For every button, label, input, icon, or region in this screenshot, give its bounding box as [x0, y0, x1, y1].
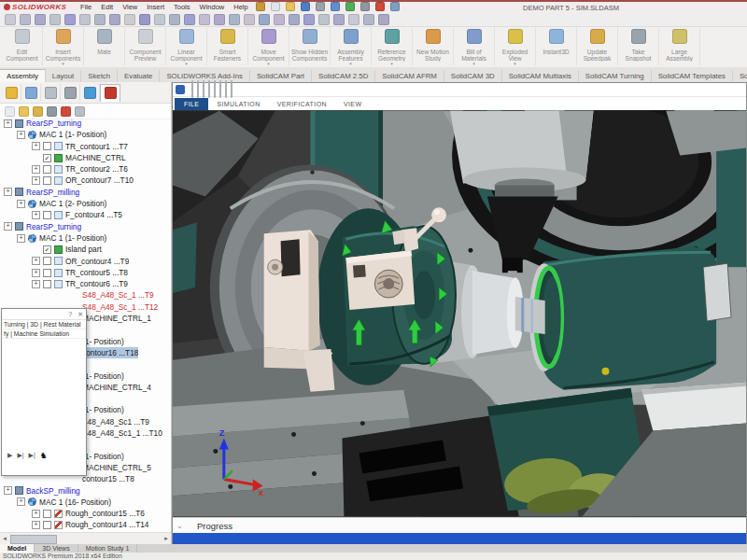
tree-item[interactable]: +MAC 1 (1- Position) [0, 232, 171, 244]
toolbar-icon[interactable] [363, 14, 374, 25]
checkbox[interactable] [43, 142, 51, 150]
new-doc-icon[interactable] [271, 2, 280, 11]
checkbox[interactable]: ✓ [43, 245, 51, 254]
checkbox[interactable] [43, 269, 51, 277]
simulator-toolbar-icon[interactable] [225, 80, 227, 98]
toolbar-icon[interactable] [318, 14, 330, 25]
checkbox[interactable] [43, 280, 51, 288]
simulator-toolbar-icon[interactable] [214, 80, 216, 98]
flag-icon[interactable] [61, 106, 71, 117]
toolbar-icon[interactable] [274, 14, 285, 25]
expand-icon[interactable]: + [32, 510, 40, 518]
toolbar-icon[interactable] [378, 14, 389, 25]
expand-icon[interactable]: + [32, 280, 40, 288]
tree-item[interactable]: +Rough_contour15 ...T6 [0, 508, 171, 519]
ribbon-button-take-snapshot[interactable]: Take Snapshot [618, 27, 659, 65]
step-icon[interactable]: ▶| [17, 452, 23, 459]
home-icon[interactable] [256, 2, 265, 11]
tree-item[interactable]: +RearSP_turning [0, 221, 171, 232]
sim-run-icon[interactable]: ♞ [40, 451, 48, 460]
toolbar-icon[interactable] [348, 14, 359, 25]
toolbar-icon[interactable] [5, 14, 16, 25]
toolbar-icon[interactable] [303, 14, 315, 25]
expand-icon[interactable]: + [17, 497, 25, 506]
menu-window[interactable]: Window [200, 3, 225, 11]
bottom-tab-model[interactable]: Model [0, 544, 35, 553]
toolbar-icon[interactable] [333, 14, 345, 25]
toolbar-icon[interactable] [259, 14, 270, 25]
ribbon-button-exploded-view[interactable]: Exploded View▾ [495, 27, 536, 65]
close-icon[interactable]: ✕ [78, 311, 83, 318]
collapse-chevron-icon[interactable]: ⌄ [176, 518, 183, 534]
expand-icon[interactable]: + [17, 131, 25, 139]
ribbon-button-move-component[interactable]: Move Component▾ [248, 27, 289, 65]
tab-layout[interactable]: Layout [46, 70, 81, 82]
ribbon-button-bill-of-materials[interactable]: Bill of Materials▾ [454, 27, 495, 65]
tree-item[interactable]: +OR_contour7 ...T10 [0, 175, 171, 186]
checkbox[interactable] [43, 211, 51, 219]
toolbar-icon[interactable] [289, 14, 300, 25]
tree-item[interactable]: +RearSP_turning [0, 118, 171, 129]
tab-solidcam-multiaxis[interactable]: SolidCAM Multiaxis [502, 70, 579, 82]
simulation-mode-tabs-2[interactable]: fy | Machine Simulation [2, 329, 86, 339]
ribbon-button-smart-fasteners[interactable]: Smart Fasteners [207, 27, 248, 65]
simulator-toolbar-icon[interactable] [191, 80, 193, 98]
checkbox[interactable]: ✓ [43, 154, 51, 162]
bottom-tab-motion-study-1[interactable]: Motion Study 1 [78, 544, 138, 553]
expand-icon[interactable]: + [32, 142, 40, 150]
toolbar-icon[interactable] [109, 14, 120, 25]
ribbon-button-component-preview-window[interactable]: Component Preview Window [125, 27, 166, 65]
grid-icon[interactable] [390, 2, 400, 11]
toolbar-icon[interactable] [49, 14, 61, 25]
bottom-tab-3d-views[interactable]: 3D Views [35, 544, 78, 553]
ribbon-button-update-speedpak[interactable]: Update Speedpak [577, 27, 618, 65]
toolbar-icon[interactable] [35, 14, 46, 25]
filter-icon[interactable] [75, 106, 85, 117]
tab-solidcam-2-5d[interactable]: SolidCAM 2.5D [312, 70, 375, 82]
options-icon[interactable] [360, 2, 370, 11]
toolbar-icon[interactable] [184, 14, 195, 25]
expand-icon[interactable]: + [32, 521, 40, 529]
expand-icon[interactable]: + [4, 188, 12, 196]
expand-icon[interactable]: + [32, 269, 40, 277]
tree-item[interactable]: +TR_contour6 ...T9 [0, 278, 171, 289]
tab-solidcam-3d[interactable]: SolidCAM 3D [444, 70, 502, 82]
toolbar-icon[interactable] [154, 14, 165, 25]
simulation-mode-tabs-1[interactable]: Turning | 3D | Rest Material [2, 320, 86, 329]
sim-tab-file[interactable]: FILE [175, 98, 208, 110]
document-icon[interactable] [5, 106, 15, 117]
tab-assembly[interactable]: Assembly [0, 69, 46, 82]
simulator-toolbar-icon[interactable] [231, 80, 233, 98]
tree-item[interactable]: +TR_contour2 ...T6 [0, 163, 171, 175]
tree-item[interactable]: +MAC 1 (2- Position) [0, 198, 171, 209]
panel-tab[interactable] [21, 84, 41, 101]
scrollbar-thumb[interactable] [10, 535, 57, 544]
toolbar-icon[interactable] [199, 14, 210, 25]
save-tree-icon[interactable] [47, 106, 57, 117]
toolbar-icon[interactable] [94, 14, 106, 25]
tree-item[interactable]: +MAC 1 (1- Position) [0, 129, 171, 140]
step-forward-icon[interactable]: ▶| [29, 452, 35, 459]
sim-tab-verification[interactable]: VERIFICATION [269, 99, 335, 109]
tree-item[interactable]: ✓MACHINE_CTRL [0, 152, 171, 163]
panel-tab[interactable] [100, 84, 120, 102]
toolbar-icon[interactable] [124, 14, 135, 25]
menu-help[interactable]: Help [233, 3, 247, 11]
tab-solidcam-operations[interactable]: SolidCAM Operations [733, 70, 747, 82]
ribbon-button-large-assembly-mode[interactable]: Large Assembly Mode [659, 27, 700, 65]
scroll-right-icon[interactable]: ► [163, 535, 169, 543]
panel-tab[interactable] [2, 84, 21, 101]
tree-horizontal-scrollbar[interactable]: ◄ ► [0, 532, 171, 544]
panel-tab[interactable] [41, 84, 61, 101]
simulator-toolbar-icon[interactable] [203, 80, 204, 98]
tab-evaluate[interactable]: Evaluate [118, 70, 160, 82]
tree-item[interactable]: +Rough_contour14 ...T14 [0, 519, 171, 530]
ribbon-button-new-motion-study[interactable]: New Motion Study [413, 27, 454, 65]
panel-tab[interactable] [80, 84, 100, 101]
tree-item[interactable]: +TR_contour1 ...T7 [0, 141, 171, 152]
expand-icon[interactable]: + [32, 257, 40, 265]
ribbon-button-linear-component-pattern[interactable]: Linear Component Pattern▾ [166, 27, 207, 65]
ribbon-button-insert-components[interactable]: Insert Components▾ [43, 27, 84, 65]
ribbon-button-edit-component[interactable]: Edit Component [2, 27, 43, 65]
folder-icon[interactable] [33, 106, 43, 117]
